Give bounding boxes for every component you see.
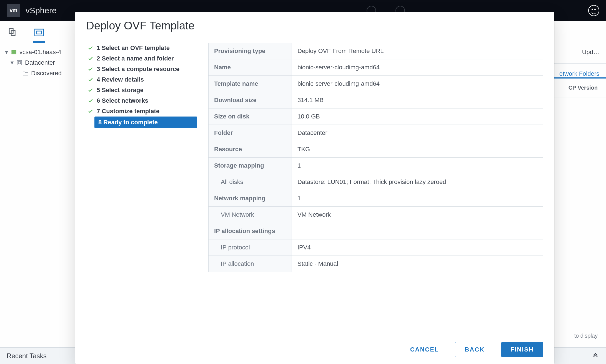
step-7-customize[interactable]: 7 Customize template [86,106,197,117]
summary-key: Folder [209,125,292,141]
step-label: 8 Ready to complete [98,119,158,126]
check-icon [88,77,93,82]
step-label: 7 Customize template [97,108,159,115]
wizard-steps: 1 Select an OVF template 2 Select a name… [86,43,197,334]
row-all-disks: All disks Datastore: LUN01; Format: Thic… [209,174,543,190]
step-3-compute[interactable]: 3 Select a compute resource [86,64,197,74]
summary-value: Deploy OVF From Remote URL [292,43,543,59]
summary-value: IPV4 [292,239,543,256]
summary-key: Download size [209,92,292,108]
row-network-mapping: Network mapping 1 [209,190,543,207]
check-icon [88,45,93,51]
row-ip-allocation: IP allocation Static - Manual [209,256,543,272]
row-template-name: Template name bionic-server-cloudimg-amd… [209,76,543,92]
dialog-footer: CANCEL BACK FINISH [86,334,543,357]
row-name: Name bionic-server-cloudimg-amd64 [209,59,543,76]
summary-value: Static - Manual [292,256,543,272]
dialog-title: Deploy OVF Template [86,19,543,36]
summary-key: Template name [209,76,292,92]
summary-key: Name [209,59,292,76]
row-resource: Resource TKG [209,141,543,158]
summary-value: 1 [292,190,543,207]
step-label: 3 Select a compute resource [97,65,179,73]
row-ip-allocation-settings: IP allocation settings [209,223,543,239]
check-icon [88,56,93,61]
step-label: 4 Review details [97,76,144,83]
summary-value: 10.0 GB [292,108,543,125]
vmware-logo: vm [7,4,20,17]
brand-text: vSphere [26,6,57,15]
row-storage-mapping: Storage mapping 1 [209,158,543,174]
check-icon [88,98,93,103]
step-5-storage[interactable]: 5 Select storage [86,85,197,95]
row-folder: Folder Datacenter [209,125,543,141]
check-icon [88,66,93,72]
step-8-ready[interactable]: 8 Ready to complete [94,117,197,128]
row-download-size: Download size 314.1 MB [209,92,543,108]
summary-key: Resource [209,141,292,158]
summary-key: IP allocation [209,256,292,272]
summary-key: Network mapping [209,190,292,207]
step-label: 2 Select a name and folder [97,55,174,62]
row-vm-network: VM Network VM Network [209,207,543,223]
step-4-review[interactable]: 4 Review details [86,74,197,85]
summary-key: VM Network [209,207,292,223]
row-size-on-disk: Size on disk 10.0 GB [209,108,543,125]
summary-value: bionic-server-cloudimg-amd64 [292,59,543,76]
summary-table: Provisioning type Deploy OVF From Remote… [208,43,543,272]
summary-value [292,223,543,239]
check-icon [88,87,93,93]
back-button[interactable]: BACK [455,342,494,357]
cancel-button[interactable]: CANCEL [401,342,449,357]
summary-key: IP protocol [209,239,292,256]
step-6-networks[interactable]: 6 Select networks [86,95,197,106]
summary-value: VM Network [292,207,543,223]
finish-button[interactable]: FINISH [501,342,543,357]
step-1-select-ovf[interactable]: 1 Select an OVF template [86,43,197,53]
check-icon [88,108,93,114]
summary-panel: Provisioning type Deploy OVF From Remote… [208,43,543,334]
row-provisioning-type: Provisioning type Deploy OVF From Remote… [209,43,543,59]
step-2-name-folder[interactable]: 2 Select a name and folder [86,53,197,64]
row-ip-protocol: IP protocol IPV4 [209,239,543,256]
summary-value: bionic-server-cloudimg-amd64 [292,76,543,92]
summary-value: 1 [292,158,543,174]
deploy-ovf-dialog: Deploy OVF Template 1 Select an OVF temp… [75,12,554,364]
feedback-smiley-icon[interactable] [588,5,599,16]
summary-value: TKG [292,141,543,158]
summary-value: 314.1 MB [292,92,543,108]
summary-key: Size on disk [209,108,292,125]
summary-key: All disks [209,174,292,190]
summary-value: Datacenter [292,125,543,141]
step-label: 6 Select networks [97,97,148,104]
summary-value: Datastore: LUN01; Format: Thick provisio… [292,174,543,190]
summary-key: IP allocation settings [209,223,292,239]
summary-key: Storage mapping [209,158,292,174]
step-label: 1 Select an OVF template [97,44,170,52]
step-label: 5 Select storage [97,87,144,94]
summary-key: Provisioning type [209,43,292,59]
